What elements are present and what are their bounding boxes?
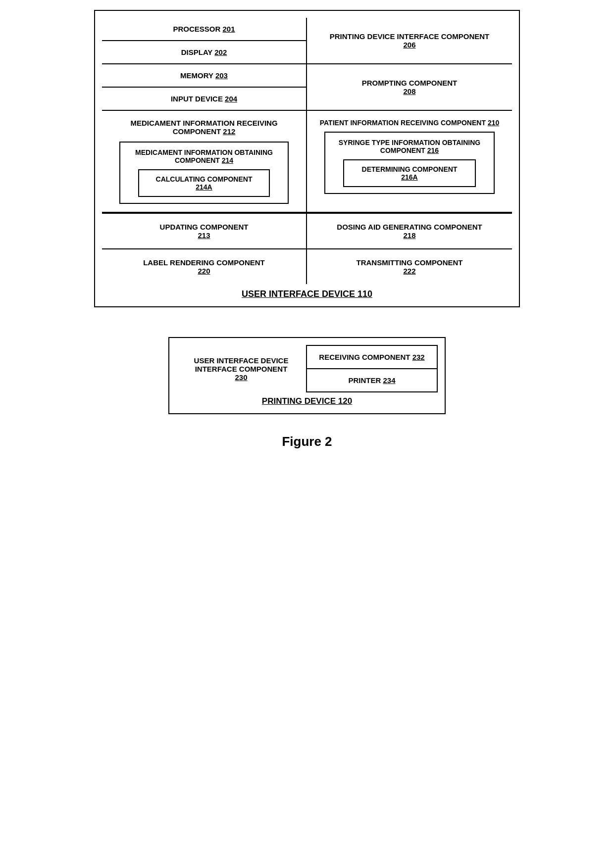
- memory-box: MEMORY 203: [102, 64, 306, 88]
- uid-interface-number: 230: [235, 373, 247, 382]
- display-number: 202: [214, 48, 227, 56]
- processor-label: PROCESSOR: [173, 25, 220, 33]
- transmitting-box: TRANSMITTING COMPONENT 222: [307, 249, 512, 284]
- updating-component-box: UPDATING COMPONENT 213: [102, 214, 307, 248]
- user-interface-device-box: PROCESSOR 201 DISPLAY 202 MEMORY 203 INP…: [94, 10, 520, 307]
- dosing-number: 218: [403, 231, 415, 240]
- medicament-receiving-title: MEDICAMENT INFORMATION RECEIVING COMPONE…: [110, 119, 298, 136]
- outer-box-label: USER INTERFACE DEVICE 110: [102, 289, 512, 299]
- top-portion: PROCESSOR 201 DISPLAY 202 MEMORY 203 INP…: [102, 18, 512, 111]
- updating-number: 213: [198, 231, 210, 240]
- memory-label: MEMORY: [180, 71, 213, 80]
- input-device-label: INPUT DEVICE: [171, 95, 223, 103]
- dosing-aid-box: DOSING AID GENERATING COMPONENT 218: [307, 214, 512, 248]
- pdic-number: 206: [403, 41, 415, 49]
- pd-right-items: RECEIVING COMPONENT 232 PRINTER 234: [307, 345, 438, 392]
- determining-component-box: DETERMINING COMPONENT 216A: [343, 159, 476, 187]
- patient-receiving-title: PATIENT INFORMATION RECEIVING COMPONENT …: [315, 119, 504, 127]
- diagram-container: PROCESSOR 201 DISPLAY 202 MEMORY 203 INP…: [10, 10, 604, 449]
- memory-number: 203: [215, 71, 228, 80]
- label-rendering-number: 220: [198, 267, 210, 275]
- uid-interface-component-box: USER INTERFACE DEVICE INTERFACE COMPONEN…: [176, 345, 307, 392]
- prompting-component-box: PROMPTING COMPONENT 208: [307, 64, 512, 110]
- processor-number: 201: [223, 25, 235, 33]
- display-box: DISPLAY 202: [102, 41, 306, 64]
- label-rendering-box: LABEL RENDERING COMPONENT 220: [102, 249, 307, 284]
- medicament-receiving-number: 212: [223, 127, 235, 136]
- medicament-receiving-section: MEDICAMENT INFORMATION RECEIVING COMPONE…: [102, 111, 307, 212]
- transmitting-label: TRANSMITTING COMPONENT: [357, 258, 463, 267]
- processor-box: PROCESSOR 201: [102, 18, 306, 41]
- updating-label: UPDATING COMPONENT: [160, 223, 249, 231]
- syringe-obtaining-title: SYRINGE TYPE INFORMATION OBTAINING COMPO…: [331, 139, 488, 154]
- transmitting-number: 222: [403, 267, 415, 275]
- row3: UPDATING COMPONENT 213 DOSING AID GENERA…: [102, 213, 512, 248]
- uid-interface-label: USER INTERFACE DEVICE INTERFACE COMPONEN…: [184, 356, 298, 373]
- printing-device-interface-box: PRINTING DEVICE INTERFACE COMPONENT 206: [307, 18, 512, 64]
- printing-device-outer-box: USER INTERFACE DEVICE INTERFACE COMPONEN…: [168, 337, 446, 414]
- receiving-component-box: RECEIVING COMPONENT 232: [307, 345, 438, 369]
- medicament-receiving-label: MEDICAMENT INFORMATION RECEIVING COMPONE…: [130, 119, 277, 136]
- medicament-obtaining-box: MEDICAMENT INFORMATION OBTAINING COMPONE…: [119, 142, 289, 204]
- printer-box: PRINTER 234: [307, 369, 438, 392]
- syringe-obtaining-box: SYRINGE TYPE INFORMATION OBTAINING COMPO…: [324, 132, 495, 194]
- mid-section: MEDICAMENT INFORMATION RECEIVING COMPONE…: [102, 111, 512, 213]
- top-right-items: PRINTING DEVICE INTERFACE COMPONENT 206 …: [307, 18, 512, 110]
- top-left-items: PROCESSOR 201 DISPLAY 202 MEMORY 203 INP…: [102, 18, 307, 110]
- input-device-box: INPUT DEVICE 204: [102, 88, 306, 110]
- label-rendering-label: LABEL RENDERING COMPONENT: [143, 258, 265, 267]
- input-device-number: 204: [225, 95, 237, 103]
- prompting-label: PROMPTING COMPONENT: [362, 79, 458, 87]
- printing-device-container: USER INTERFACE DEVICE INTERFACE COMPONEN…: [94, 337, 520, 414]
- row4: LABEL RENDERING COMPONENT 220 TRANSMITTI…: [102, 248, 512, 284]
- patient-syringe-section: PATIENT INFORMATION RECEIVING COMPONENT …: [307, 111, 512, 212]
- medicament-obtaining-title: MEDICAMENT INFORMATION OBTAINING COMPONE…: [126, 148, 282, 164]
- printing-device-label: PRINTING DEVICE 120: [176, 396, 438, 406]
- calculating-component-box: CALCULATING COMPONENT 214A: [138, 169, 270, 197]
- display-label: DISPLAY: [181, 48, 212, 56]
- prompting-number: 208: [403, 87, 415, 96]
- figure-label: Figure 2: [282, 434, 332, 449]
- printing-device-inner: USER INTERFACE DEVICE INTERFACE COMPONEN…: [176, 345, 438, 392]
- pdic-label: PRINTING DEVICE INTERFACE COMPONENT: [330, 32, 490, 41]
- dosing-label: DOSING AID GENERATING COMPONENT: [337, 223, 482, 231]
